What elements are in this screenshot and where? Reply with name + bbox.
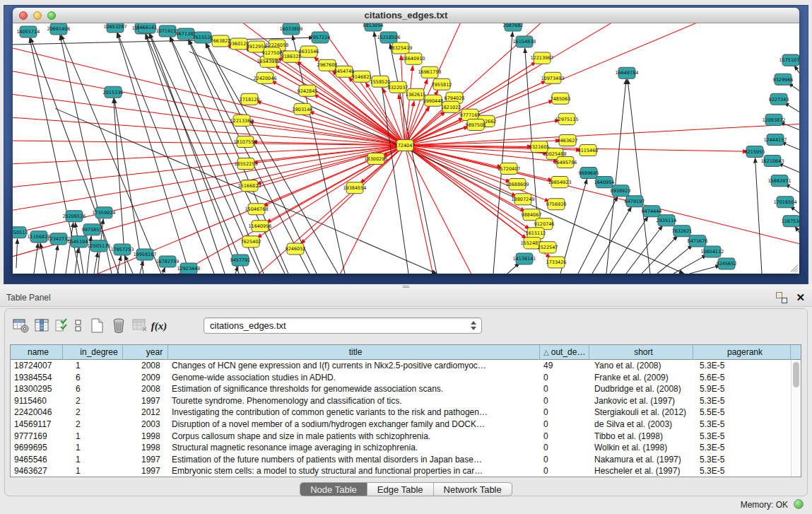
graph-node[interactable]: 8321605 — [529, 141, 550, 152]
graph-node[interactable]: 18552251 — [234, 158, 257, 170]
graph-node[interactable]: 16648784 — [615, 67, 638, 78]
table-row[interactable]: 1938455462009Genome-wide association stu… — [11, 372, 801, 384]
graph-node[interactable]: 15218506 — [377, 32, 400, 43]
graph-node[interactable]: 8938923 — [611, 185, 631, 197]
column-header-out_de[interactable]: △out_de… — [540, 345, 589, 360]
graph-node[interactable]: 1640954 — [594, 177, 615, 188]
network-view[interactable]: 1405571420691406106532871527600294661611… — [13, 23, 799, 274]
graph-node[interactable]: 2718120 — [240, 93, 260, 105]
function-builder-button[interactable]: f(x) — [151, 317, 167, 335]
network-window-titlebar[interactable]: citations_edges.txt — [13, 8, 799, 23]
graph-node[interactable]: 20691406 — [47, 23, 70, 35]
graph-node[interactable]: 9115460 — [578, 144, 599, 156]
graph-node[interactable]: 2803144 — [293, 103, 313, 115]
column-chooser-button[interactable] — [70, 317, 87, 335]
graph-node[interactable]: 12213967 — [530, 52, 553, 64]
graph-node[interactable]: 9756928 — [546, 199, 567, 210]
graph-node[interactable]: 7485063 — [551, 93, 571, 104]
graph-node[interactable]: 16782759 — [155, 256, 179, 267]
graph-node[interactable]: 12093872 — [762, 114, 785, 125]
graph-node[interactable]: 18807249 — [511, 194, 534, 205]
graph-node[interactable]: 7857224 — [310, 32, 331, 43]
graph-node[interactable]: 7955812 — [432, 78, 452, 90]
delete-table-button[interactable] — [129, 317, 151, 335]
table-row[interactable]: 1456911722003Disruption of a novel membe… — [11, 419, 801, 431]
tab-network-table[interactable]: Network Table — [434, 483, 512, 496]
graph-node[interactable]: 18300295 — [364, 153, 387, 165]
graph-node[interactable]: 19384554 — [343, 182, 366, 194]
graph-node[interactable]: 9227343 — [769, 93, 789, 105]
graph-node[interactable]: 7632621 — [672, 226, 693, 237]
graph-node[interactable]: 7625402 — [241, 236, 261, 247]
graph-node[interactable]: 1724047 — [395, 139, 416, 151]
graph-node[interactable]: 10653287 — [103, 23, 126, 33]
column-header-year[interactable]: year — [123, 345, 168, 360]
column-header-title[interactable]: title — [168, 345, 540, 360]
table-row[interactable]: 911546021997Tourette syndrome. Phenomeno… — [11, 395, 801, 407]
graph-node[interactable]: 9457791 — [230, 255, 251, 266]
graph-node[interactable]: 15046768 — [245, 204, 268, 215]
graph-node[interactable]: 8471676 — [688, 235, 708, 247]
graph-node[interactable]: 9975857 — [82, 224, 102, 235]
graph-node[interactable]: 19958187 — [133, 249, 156, 260]
graph-node[interactable]: 9699695 — [579, 168, 599, 179]
scrollbar-thumb[interactable] — [793, 362, 799, 387]
graph-node[interactable]: 12505135 — [87, 240, 110, 252]
graph-node[interactable]: 17957253 — [110, 244, 134, 255]
graph-node[interactable]: 19654923 — [548, 177, 571, 188]
panel-divider[interactable] — [0, 284, 812, 289]
graph-node[interactable]: 9329966 — [773, 74, 794, 85]
graph-node[interactable]: 18640910 — [401, 53, 425, 64]
graph-node[interactable]: 1733426 — [546, 257, 567, 268]
table-select-combobox[interactable]: citations_edges.txt — [204, 317, 482, 334]
resize-grip-icon[interactable] — [789, 264, 799, 273]
graph-node[interactable]: 16961758 — [418, 66, 441, 78]
close-panel-icon[interactable]: ✕ — [796, 292, 805, 303]
tab-node-table[interactable]: Node Table — [300, 483, 367, 496]
graph-node[interactable]: 1621022 — [441, 101, 461, 112]
graph-node[interactable]: 8813054 — [363, 23, 384, 31]
graph-node[interactable]: 6479197 — [625, 196, 645, 207]
column-header-name[interactable]: name — [11, 345, 63, 360]
graph-node[interactable]: 16033809 — [279, 23, 302, 35]
graph-node[interactable]: 1167534 — [782, 216, 799, 227]
float-panel-icon[interactable] — [776, 292, 787, 303]
graph-node[interactable]: 2935114 — [657, 215, 677, 226]
column-select-button[interactable] — [32, 317, 53, 335]
graph-node[interactable]: 9350513 — [13, 227, 28, 238]
graph-node[interactable]: 10688609 — [505, 179, 529, 190]
graph-node[interactable]: 9466161 — [137, 23, 158, 33]
table-row[interactable]: 2242004622012Investigating the contribut… — [11, 407, 801, 419]
vertical-scrollbar[interactable] — [791, 360, 801, 477]
graph-node[interactable]: 12975115 — [555, 113, 578, 124]
graph-node[interactable]: 15751074 — [779, 54, 799, 66]
graph-node[interactable]: 8215955 — [745, 146, 765, 157]
table-row[interactable]: 946554611997Estimation of the future num… — [11, 454, 801, 466]
table-row[interactable]: 977716911998Corpus callosum shape and si… — [11, 431, 801, 443]
graph-node[interactable]: 9463627 — [558, 134, 578, 146]
tab-edge-table[interactable]: Edge Table — [367, 483, 434, 496]
graph-node[interactable]: 17359924 — [92, 207, 115, 218]
graph-node[interactable]: 10654112 — [700, 246, 724, 257]
graph-node[interactable]: 12213363 — [230, 115, 253, 126]
table-row[interactable]: 969969511998Structural magnetic resonanc… — [11, 442, 801, 454]
graph-node[interactable]: 18325419 — [389, 42, 412, 54]
graph-node[interactable]: 8631546 — [299, 46, 319, 57]
graph-node[interactable]: 15692971 — [767, 175, 791, 187]
graph-node[interactable]: 2087682 — [503, 23, 524, 31]
column-header-pagerank[interactable]: pagerank — [693, 345, 791, 360]
graph-node[interactable]: 9245652 — [717, 258, 737, 269]
table-row[interactable]: 946362711997Embryonic stem cells: a mode… — [11, 465, 801, 477]
graph-node[interactable]: 15166823 — [237, 180, 261, 192]
divider-handle-icon[interactable] — [403, 286, 409, 288]
table-mode-button[interactable] — [11, 317, 32, 335]
graph-node[interactable]: 7663822 — [211, 35, 231, 47]
graph-node[interactable]: 22420046 — [253, 72, 276, 83]
column-header-short[interactable]: short — [589, 345, 693, 360]
graph-node[interactable]: 16154838 — [512, 36, 536, 47]
graph-node[interactable]: 11640996 — [248, 221, 271, 232]
graph-node[interactable]: 9242845 — [298, 85, 318, 96]
graph-node[interactable]: 16210643 — [760, 156, 784, 167]
graph-node[interactable]: 9897508 — [466, 119, 486, 130]
delete-button[interactable] — [108, 317, 129, 335]
